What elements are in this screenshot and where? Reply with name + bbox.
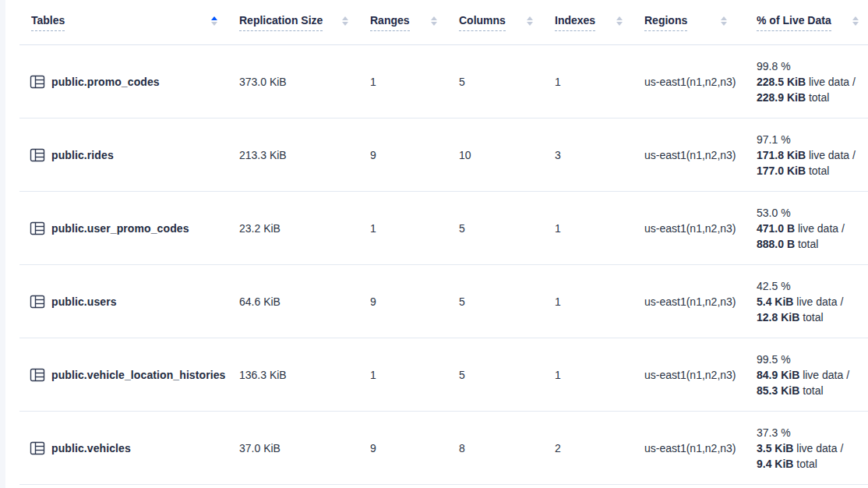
table-name[interactable]: public.users bbox=[51, 295, 117, 308]
cell-table-name[interactable]: public.vehicles bbox=[19, 412, 239, 484]
total-data-line: 9.4 KiB total bbox=[757, 456, 817, 472]
table-row: public.rides 213.3 KiB 9 10 3 us-east1(n… bbox=[19, 118, 868, 192]
cell-live-data: 99.8 % 228.5 KiB live data / 228.9 KiB t… bbox=[749, 45, 868, 118]
sort-icon[interactable] bbox=[616, 16, 623, 29]
table-row: public.vehicle_location_histories 136.3 … bbox=[19, 338, 868, 412]
cell-indexes: 2 bbox=[555, 412, 644, 484]
cell-replication-size: 64.6 KiB bbox=[239, 265, 370, 338]
table-name[interactable]: public.promo_codes bbox=[51, 76, 160, 88]
sort-icon[interactable] bbox=[211, 16, 217, 29]
cell-indexes: 1 bbox=[555, 338, 644, 411]
cell-table-name[interactable]: public.promo_codes bbox=[19, 45, 239, 118]
column-header-label: Tables bbox=[31, 14, 65, 31]
sort-icon[interactable] bbox=[431, 16, 437, 29]
cell-replication-size: 37.0 KiB bbox=[239, 412, 370, 484]
total-data-line: 228.9 KiB total bbox=[757, 90, 829, 105]
cell-replication-size: 213.3 KiB bbox=[239, 118, 370, 191]
live-data-line: 3.5 KiB live data / bbox=[757, 440, 843, 456]
column-header-label: Regions bbox=[644, 14, 687, 31]
cell-table-name[interactable]: public.user_promo_codes bbox=[19, 192, 239, 264]
cell-replication-size: 373.0 KiB bbox=[239, 45, 370, 118]
total-data-line: 85.3 KiB total bbox=[757, 383, 824, 398]
live-data-line: 171.8 KiB live data / bbox=[757, 147, 856, 163]
cell-indexes: 1 bbox=[555, 192, 644, 264]
cell-columns: 5 bbox=[459, 45, 555, 118]
live-data-line: 471.0 B live data / bbox=[757, 221, 845, 236]
table-row: public.user_promo_codes 23.2 KiB 1 5 1 u… bbox=[19, 192, 868, 265]
column-header-label: Indexes bbox=[555, 14, 595, 31]
page-left-gutter bbox=[0, 0, 5, 488]
cell-columns: 5 bbox=[459, 338, 555, 411]
live-data-percent: 53.0 % bbox=[757, 205, 791, 221]
cell-indexes: 1 bbox=[555, 45, 644, 118]
cell-live-data: 53.0 % 471.0 B live data / 888.0 B total bbox=[749, 192, 868, 264]
live-data-percent: 99.8 % bbox=[757, 58, 791, 74]
table-name[interactable]: public.user_promo_codes bbox=[51, 222, 189, 235]
live-data-percent: 99.5 % bbox=[757, 352, 791, 367]
table-name[interactable]: public.rides bbox=[51, 149, 114, 161]
sort-icon[interactable] bbox=[527, 16, 533, 29]
total-data-line: 888.0 B total bbox=[757, 236, 818, 252]
table-row: public.users 64.6 KiB 9 5 1 us-east1(n1,… bbox=[19, 265, 868, 338]
database-tables-table: Tables Replication Size Ranges Columns I… bbox=[19, 0, 868, 485]
table-name[interactable]: public.vehicles bbox=[51, 442, 131, 454]
column-header-regions[interactable]: Regions bbox=[644, 0, 749, 44]
column-header-label: Ranges bbox=[370, 14, 410, 31]
live-data-line: 228.5 KiB live data / bbox=[757, 74, 856, 90]
cell-indexes: 3 bbox=[555, 118, 644, 191]
cell-regions: us-east1(n1,n2,n3) bbox=[644, 45, 749, 118]
cell-indexes: 1 bbox=[555, 265, 644, 338]
table-row: public.promo_codes 373.0 KiB 1 5 1 us-ea… bbox=[19, 45, 868, 118]
cell-ranges: 9 bbox=[370, 412, 459, 484]
column-header-tables[interactable]: Tables bbox=[19, 0, 239, 44]
total-data-line: 12.8 KiB total bbox=[757, 309, 824, 325]
column-header-indexes[interactable]: Indexes bbox=[555, 0, 644, 44]
live-data-line: 5.4 KiB live data / bbox=[757, 294, 843, 309]
cell-ranges: 9 bbox=[370, 265, 459, 338]
table-name[interactable]: public.vehicle_location_histories bbox=[51, 369, 225, 381]
cell-live-data: 37.3 % 3.5 KiB live data / 9.4 KiB total bbox=[749, 412, 868, 484]
live-data-percent: 97.1 % bbox=[757, 132, 791, 147]
live-data-line: 84.9 KiB live data / bbox=[757, 367, 849, 383]
cell-columns: 10 bbox=[459, 118, 555, 191]
table-header-row: Tables Replication Size Ranges Columns I… bbox=[19, 0, 868, 45]
cell-ranges: 1 bbox=[370, 45, 459, 118]
table-grid-icon bbox=[30, 440, 45, 456]
sort-icon[interactable] bbox=[342, 16, 348, 29]
table-grid-icon bbox=[30, 74, 45, 90]
sort-icon[interactable] bbox=[721, 16, 727, 29]
live-data-percent: 42.5 % bbox=[757, 278, 791, 294]
tables-panel: Tables Replication Size Ranges Columns I… bbox=[5, 0, 868, 488]
column-header-label: % of Live Data bbox=[757, 14, 831, 31]
cell-ranges: 1 bbox=[370, 338, 459, 411]
cell-regions: us-east1(n1,n2,n3) bbox=[644, 412, 749, 484]
column-header-label: Columns bbox=[459, 14, 506, 31]
cell-table-name[interactable]: public.rides bbox=[19, 118, 239, 191]
cell-replication-size: 136.3 KiB bbox=[239, 338, 370, 411]
table-grid-icon bbox=[30, 367, 45, 383]
cell-regions: us-east1(n1,n2,n3) bbox=[644, 118, 749, 191]
live-data-percent: 37.3 % bbox=[757, 425, 791, 440]
column-header-live-data[interactable]: % of Live Data bbox=[749, 0, 868, 44]
cell-columns: 8 bbox=[459, 412, 555, 484]
cell-table-name[interactable]: public.vehicle_location_histories bbox=[19, 338, 239, 411]
cell-replication-size: 23.2 KiB bbox=[239, 192, 370, 264]
table-grid-icon bbox=[30, 147, 45, 163]
cell-regions: us-east1(n1,n2,n3) bbox=[644, 265, 749, 338]
column-header-replication-size[interactable]: Replication Size bbox=[239, 0, 370, 44]
table-grid-icon bbox=[30, 221, 45, 236]
cell-live-data: 97.1 % 171.8 KiB live data / 177.0 KiB t… bbox=[749, 118, 868, 191]
cell-regions: us-east1(n1,n2,n3) bbox=[644, 192, 749, 264]
cell-ranges: 1 bbox=[370, 192, 459, 264]
cell-live-data: 42.5 % 5.4 KiB live data / 12.8 KiB tota… bbox=[749, 265, 868, 338]
cell-columns: 5 bbox=[459, 192, 555, 264]
total-data-line: 177.0 KiB total bbox=[757, 163, 829, 179]
sort-icon[interactable] bbox=[852, 16, 859, 29]
cell-regions: us-east1(n1,n2,n3) bbox=[644, 338, 749, 411]
cell-table-name[interactable]: public.users bbox=[19, 265, 239, 338]
table-row: public.vehicles 37.0 KiB 9 8 2 us-east1(… bbox=[19, 412, 868, 485]
cell-ranges: 9 bbox=[370, 118, 459, 191]
column-header-columns[interactable]: Columns bbox=[459, 0, 555, 44]
cell-columns: 5 bbox=[459, 265, 555, 338]
column-header-ranges[interactable]: Ranges bbox=[370, 0, 459, 44]
